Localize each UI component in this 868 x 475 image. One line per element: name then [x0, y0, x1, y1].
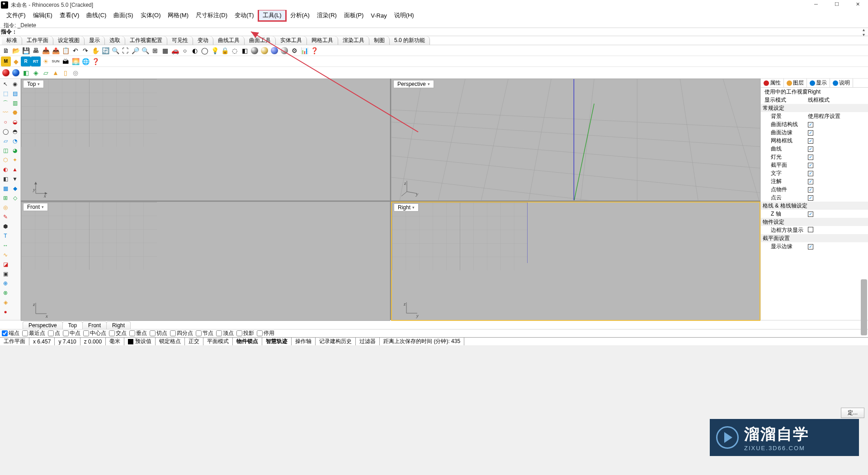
viewport-front-label[interactable]: Front: [23, 203, 48, 211]
status-cell[interactable]: 工作平面: [0, 338, 29, 345]
side-tool-30[interactable]: ◓: [10, 127, 19, 136]
options-icon[interactable]: ⚙: [289, 46, 299, 56]
toolbar-tab-13[interactable]: 制图: [369, 36, 390, 45]
menu-网格[interactable]: 网格(M): [164, 10, 192, 20]
menu-工具[interactable]: 工具(L): [258, 9, 287, 22]
status-cell[interactable]: x 6.457: [29, 338, 55, 345]
checkbox[interactable]: ✓: [808, 195, 813, 201]
checkbox[interactable]: ✓: [808, 138, 813, 144]
side-tool-9[interactable]: ◐: [1, 165, 10, 174]
mat-icon[interactable]: M: [1, 56, 11, 66]
row-value[interactable]: 线框模式: [808, 96, 866, 104]
osnap-端点[interactable]: 端点: [2, 329, 19, 337]
side-tool-22[interactable]: ⊗: [1, 288, 10, 297]
layer-icon[interactable]: ◧: [240, 46, 250, 56]
osnap-checkbox[interactable]: [109, 330, 115, 336]
menu-面板[interactable]: 面板(P): [340, 10, 367, 20]
side-tool-21[interactable]: ⊕: [1, 279, 10, 288]
toolbar-tab-0[interactable]: 标准: [2, 36, 22, 45]
side-tool-3[interactable]: 〰: [1, 108, 10, 117]
status-cell[interactable]: 物件锁点: [233, 338, 262, 345]
osnap-checkbox[interactable]: [129, 330, 135, 336]
menu-文件[interactable]: 文件(F): [3, 10, 29, 20]
menu-V-Ray[interactable]: V-Ray: [367, 11, 390, 20]
side-tool-29[interactable]: ◒: [10, 118, 19, 127]
side-tool-18[interactable]: ∿: [1, 250, 10, 259]
side-tool-25[interactable]: ◉: [10, 80, 19, 89]
hide-icon[interactable]: ◌: [230, 46, 240, 56]
side-tool-32[interactable]: ◕: [10, 146, 19, 155]
solid-cone-icon[interactable]: ▲: [51, 68, 61, 78]
menu-实体[interactable]: 实体(O): [137, 10, 165, 20]
side-tool-13[interactable]: ◎: [1, 203, 10, 212]
vray-icon[interactable]: 🚗: [170, 46, 180, 56]
rotate-view-icon[interactable]: 🔄: [100, 46, 110, 56]
solid-diamond-icon[interactable]: ◈: [31, 68, 41, 78]
maximize-button[interactable]: ☐: [826, 0, 847, 8]
status-cell[interactable]: 过滤器: [356, 338, 380, 345]
sphere4-icon[interactable]: [279, 46, 289, 56]
pan-icon[interactable]: ✋: [90, 46, 100, 56]
checkbox[interactable]: ✓: [808, 187, 813, 193]
new-icon[interactable]: 🗎: [1, 46, 11, 56]
menu-曲面[interactable]: 曲面(S): [110, 10, 137, 20]
osnap-checkbox[interactable]: [63, 330, 69, 336]
osnap-checkbox[interactable]: [83, 330, 89, 336]
side-tool-17[interactable]: ↔: [1, 241, 10, 250]
side-tool-1[interactable]: ⬚: [1, 89, 10, 98]
zoom-selected-icon[interactable]: 🔎: [130, 46, 140, 56]
import-icon[interactable]: 📥: [41, 46, 51, 56]
side-tool-16[interactable]: T: [1, 231, 10, 240]
export-icon[interactable]: 📤: [51, 46, 61, 56]
osnap-checkbox[interactable]: [2, 330, 8, 336]
globe-icon[interactable]: 🌐: [80, 56, 90, 66]
side-tool-8[interactable]: ⬡: [1, 155, 10, 165]
viewport-perspective[interactable]: Perspective z y: [391, 79, 760, 201]
osnap-停用[interactable]: 停用: [257, 329, 274, 337]
toolbar-tab-4[interactable]: 选取: [105, 36, 125, 45]
solid-torus-icon[interactable]: ◎: [71, 68, 80, 78]
command-spinner-icon[interactable]: ▴▾: [860, 27, 867, 37]
save-icon[interactable]: 💾: [21, 46, 31, 56]
side-tool-24[interactable]: ●: [1, 307, 10, 316]
vr-r-icon[interactable]: R: [21, 56, 31, 66]
osnap-中点[interactable]: 中点: [63, 329, 80, 337]
menu-说明[interactable]: 说明(H): [391, 10, 418, 20]
checkbox[interactable]: ✓: [808, 179, 813, 184]
panel-tab-属性[interactable]: 属性: [761, 79, 784, 87]
side-tool-5[interactable]: ◯: [1, 127, 10, 136]
sun-icon[interactable]: ☀: [41, 56, 51, 66]
shade-icon[interactable]: ○: [180, 46, 190, 56]
zoom-window-icon[interactable]: 🔍: [110, 46, 120, 56]
checkbox[interactable]: ✓: [808, 146, 813, 152]
diamond-icon[interactable]: ◆: [11, 56, 21, 66]
minimize-button[interactable]: ─: [806, 0, 826, 8]
undo-icon[interactable]: ↶: [71, 46, 80, 56]
toolbar-tab-12[interactable]: 渲染工具: [338, 36, 369, 45]
side-tool-31[interactable]: ◔: [10, 136, 19, 146]
side-tool-33[interactable]: ✦: [10, 155, 19, 165]
viewport-front[interactable]: Front z x: [21, 202, 390, 321]
row-value[interactable]: Right: [808, 89, 866, 95]
lock-icon[interactable]: 🔒: [220, 46, 230, 56]
zoom-extents-icon[interactable]: ⛶: [120, 46, 130, 56]
view-tab-Front[interactable]: Front: [82, 321, 107, 329]
viewport-top[interactable]: Top y x: [21, 79, 390, 201]
menu-分析[interactable]: 分析(A): [287, 10, 313, 20]
panel-tab-图层[interactable]: 图层: [784, 79, 807, 87]
side-tool-2[interactable]: ⌒: [1, 99, 10, 108]
row-value[interactable]: 使用程序设置: [808, 113, 840, 119]
sphere1-icon[interactable]: [250, 46, 259, 56]
command-input[interactable]: [18, 29, 860, 35]
checkbox[interactable]: ✓: [808, 244, 813, 249]
toolbar-tab-6[interactable]: 可见性: [167, 36, 193, 45]
render-preview-icon[interactable]: ◐: [190, 46, 200, 56]
toolbar-tab-11[interactable]: 网格工具: [307, 36, 338, 45]
osnap-checkbox[interactable]: [150, 330, 156, 336]
toolbar-tab-9[interactable]: 曲面工具: [245, 36, 276, 45]
sun2-icon[interactable]: SUN: [51, 56, 61, 66]
toolbar-tab-3[interactable]: 显示: [85, 36, 105, 45]
checkbox[interactable]: ✓: [808, 130, 813, 136]
zoom-dynamic-icon[interactable]: 🔍: [140, 46, 150, 56]
osnap-顶点[interactable]: 顶点: [216, 329, 234, 337]
